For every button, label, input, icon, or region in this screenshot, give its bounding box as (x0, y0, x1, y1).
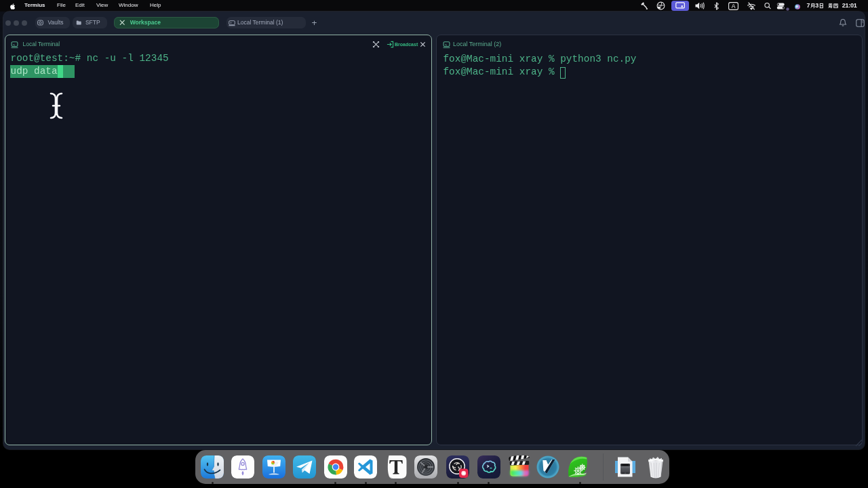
svg-text:A: A (731, 3, 735, 9)
